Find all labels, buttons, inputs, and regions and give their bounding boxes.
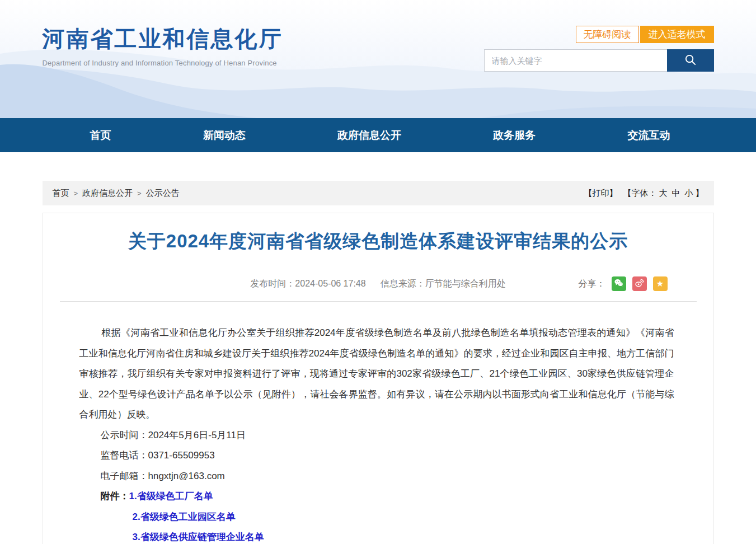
article-paragraph: 根据《河南省工业和信息化厅办公室关于组织推荐2024年度省级绿色制造名单及前八批… bbox=[79, 323, 674, 425]
share-qzone-button[interactable]: ★ bbox=[653, 276, 668, 291]
attachment-row: 附件：1.省级绿色工厂名单 bbox=[79, 486, 674, 507]
publish-time: 2024-05-06 17:48 bbox=[295, 279, 365, 288]
breadcrumb-separator: > bbox=[74, 189, 78, 198]
font-size-medium[interactable]: 中 bbox=[672, 188, 680, 199]
site-logo[interactable]: 河南省工业和信息化厅 Department of Industry and In… bbox=[43, 24, 283, 67]
font-size-label-suffix: 】 bbox=[696, 188, 704, 199]
page-tools: 【打印】 【字体： 大 中 小 】 bbox=[584, 188, 704, 199]
supervision-phone: 监督电话：0371-65509953 bbox=[79, 445, 674, 466]
source-label: 信息来源： bbox=[381, 279, 425, 288]
star-icon: ★ bbox=[656, 276, 664, 291]
share-label: 分享： bbox=[579, 278, 605, 290]
site-subtitle: Department of Industry and Information T… bbox=[43, 59, 283, 67]
breadcrumb-separator: > bbox=[137, 189, 142, 198]
nav-item-interaction[interactable]: 交流互动 bbox=[628, 128, 670, 143]
attachment-row: 3.省级绿色供应链管理企业名单 bbox=[79, 527, 674, 544]
wechat-icon bbox=[614, 278, 623, 290]
article-title: 关于2024年度河南省省级绿色制造体系建设评审结果的公示 bbox=[43, 228, 713, 254]
attachment-link-green-supply-chain[interactable]: 3.省级绿色供应链管理企业名单 bbox=[133, 532, 264, 542]
quick-buttons: 无障碍阅读 进入适老模式 bbox=[484, 26, 714, 43]
font-size-label: 【字体： bbox=[623, 188, 657, 199]
breadcrumb-gov-info[interactable]: 政府信息公开 bbox=[82, 188, 133, 199]
print-button[interactable]: 【打印】 bbox=[584, 188, 618, 199]
search-icon bbox=[684, 53, 697, 68]
font-size-small[interactable]: 小 bbox=[685, 188, 693, 199]
font-size-large[interactable]: 大 bbox=[659, 188, 668, 199]
source: 厅节能与综合利用处 bbox=[425, 279, 506, 288]
article-meta-row: 发布时间：2024-05-06 17:48信息来源：厅节能与综合利用处 分享： bbox=[43, 275, 713, 292]
nav-item-home[interactable]: 首页 bbox=[90, 128, 111, 143]
share-toolbar: 分享： bbox=[579, 276, 668, 291]
nav-item-gov-info[interactable]: 政府信息公开 bbox=[337, 128, 401, 143]
attachment-link-green-industrial-parks[interactable]: 2.省级绿色工业园区名单 bbox=[133, 512, 236, 522]
elder-mode-button[interactable]: 进入适老模式 bbox=[640, 26, 714, 43]
main-navigation: 首页 新闻动态 政府信息公开 政务服务 交流互动 bbox=[0, 118, 756, 152]
breadcrumb: 首页 > 政府信息公开 > 公示公告 bbox=[53, 188, 180, 199]
publicity-period: 公示时间：2024年5月6日-5月11日 bbox=[79, 425, 674, 446]
attachment-label: 附件： bbox=[101, 491, 129, 501]
nav-item-services[interactable]: 政务服务 bbox=[493, 128, 536, 143]
article-body: 根据《河南省工业和信息化厅办公室关于组织推荐2024年度省级绿色制造名单及前八批… bbox=[43, 302, 713, 544]
share-wechat-button[interactable] bbox=[612, 276, 626, 291]
share-weibo-button[interactable] bbox=[632, 276, 647, 291]
accessibility-reading-button[interactable]: 无障碍阅读 bbox=[576, 26, 639, 43]
nav-item-news[interactable]: 新闻动态 bbox=[203, 128, 246, 143]
contact-email: 电子邮箱：hngxtjn@163.com bbox=[79, 466, 674, 487]
site-title: 河南省工业和信息化厅 bbox=[43, 24, 283, 54]
publish-time-label: 发布时间： bbox=[250, 279, 295, 288]
breadcrumb-home[interactable]: 首页 bbox=[53, 188, 69, 199]
site-banner: 河南省工业和信息化厅 Department of Industry and In… bbox=[0, 0, 756, 118]
search-bar bbox=[484, 49, 714, 72]
attachment-link-green-factories[interactable]: 1.省级绿色工厂名单 bbox=[129, 491, 213, 501]
weibo-icon bbox=[635, 278, 644, 290]
header-right: 无障碍阅读 进入适老模式 bbox=[484, 26, 714, 72]
attachment-row: 2.省级绿色工业园区名单 bbox=[79, 507, 674, 528]
breadcrumb-announcements[interactable]: 公示公告 bbox=[146, 188, 180, 199]
search-button[interactable] bbox=[667, 49, 714, 72]
breadcrumb-bar: 首页 > 政府信息公开 > 公示公告 【打印】 【字体： 大 中 小 】 bbox=[43, 181, 714, 205]
search-input[interactable] bbox=[484, 49, 667, 72]
article-card: 关于2024年度河南省省级绿色制造体系建设评审结果的公示 发布时间：2024-0… bbox=[43, 213, 714, 544]
